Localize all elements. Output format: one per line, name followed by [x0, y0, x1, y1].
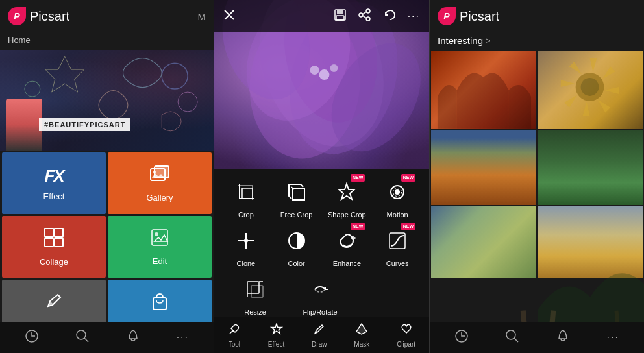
tool-motion[interactable]: NEW Motion — [375, 176, 420, 219]
clipart-tab-icon — [400, 323, 413, 339]
svg-line-34 — [362, 12, 366, 14]
free-crop-label: Free Crop — [280, 211, 313, 219]
svg-point-11 — [155, 232, 158, 236]
draw-tab-icon — [313, 323, 326, 339]
crop-icon — [236, 182, 256, 202]
search-icon[interactable] — [75, 329, 90, 347]
undo-icon[interactable] — [383, 8, 396, 25]
collage-label: Collage — [40, 257, 68, 267]
tile-collage[interactable]: Collage — [2, 216, 106, 278]
right-header: P Picsart — [430, 0, 644, 32]
picsart-logo: P Picsart — [8, 7, 69, 25]
right-panel: P Picsart Interesting > — [430, 0, 644, 353]
motion-icon-wrap: NEW — [382, 176, 413, 208]
more-icon[interactable]: ··· — [177, 332, 189, 343]
gallery-icon — [149, 165, 170, 188]
enhance-label: Enhance — [333, 260, 361, 267]
gallery-label: Gallery — [146, 193, 173, 202]
clone-label: Clone — [237, 260, 256, 267]
tab-mask[interactable]: Mask — [354, 323, 369, 348]
left-panel: P Picsart M Home #BEAUTIFYPICSART FX Eff… — [0, 0, 214, 353]
effect-tab-label: Effect — [268, 341, 284, 348]
tool-free-crop[interactable]: Free Crop — [274, 176, 319, 219]
curves-new-badge: NEW — [401, 223, 415, 230]
tool-flip-rotate[interactable]: Flip/Rotate — [297, 274, 343, 316]
svg-point-5 — [153, 170, 156, 173]
mid-bottom-tabs: Tool Effect Draw Mask Clipart — [214, 317, 429, 353]
enhance-new-badge: NEW — [351, 223, 365, 230]
right-search-icon[interactable] — [505, 329, 519, 347]
mid-header: ··· — [214, 0, 429, 32]
share-icon[interactable] — [358, 8, 371, 25]
edit-icon — [151, 228, 169, 251]
tool-curves[interactable]: NEW Curves — [375, 225, 420, 267]
resize-label: Resize — [244, 308, 266, 316]
close-icon[interactable] — [223, 9, 235, 24]
tool-crop[interactable]: Crop — [223, 176, 269, 219]
photo-sunflower[interactable] — [538, 51, 643, 129]
photo-foggy-road[interactable] — [538, 206, 643, 278]
svg-point-2 — [25, 81, 40, 97]
svg-rect-9 — [55, 238, 63, 247]
svg-rect-7 — [55, 228, 63, 237]
tool-color[interactable]: Color — [274, 225, 319, 267]
photo-railroad[interactable] — [431, 206, 536, 278]
home-refresh-icon[interactable] — [25, 329, 39, 347]
draw-icon — [45, 292, 63, 315]
right-home-icon[interactable] — [454, 329, 469, 347]
save-icon[interactable] — [334, 8, 347, 25]
tab-tool[interactable]: Tool — [228, 323, 241, 348]
svg-line-57 — [514, 338, 518, 342]
right-bottom-bar: ··· — [430, 322, 644, 353]
right-notification-icon[interactable] — [556, 329, 570, 347]
effect-icon: FX — [44, 166, 63, 186]
tile-gallery[interactable]: Gallery — [108, 152, 212, 214]
tab-draw[interactable]: Draw — [312, 323, 327, 348]
shape-crop-label: Shape Crop — [328, 211, 366, 219]
photo-forest-red[interactable] — [431, 51, 536, 129]
tile-edit[interactable]: Edit — [108, 216, 212, 278]
hero-person — [6, 99, 42, 151]
right-more-icon[interactable]: ··· — [607, 332, 619, 343]
color-label: Color — [288, 260, 304, 267]
shape-crop-new-badge: NEW — [351, 174, 365, 182]
tab-clipart[interactable]: Clipart — [397, 323, 415, 348]
shape-crop-icon — [336, 182, 357, 202]
svg-rect-12 — [153, 298, 166, 310]
tool-clone[interactable]: Clone — [223, 225, 269, 267]
draw-tab-label: Draw — [312, 341, 327, 348]
svg-point-1 — [178, 92, 197, 112]
tool-resize[interactable]: Resize — [232, 274, 278, 316]
mask-tab-icon — [355, 323, 368, 339]
right-subheader[interactable]: Interesting > — [430, 32, 644, 51]
mid-tools: Crop Free Crop NEW Shape Crop — [214, 169, 429, 328]
flip-rotate-icon-wrap — [304, 274, 336, 305]
edit-label: Edit — [153, 256, 167, 266]
tile-effect[interactable]: FX Effect — [2, 152, 106, 214]
photo-forest-green[interactable] — [538, 130, 643, 205]
tool-shape-crop[interactable]: NEW Shape Crop — [324, 176, 369, 219]
svg-point-39 — [395, 189, 400, 195]
clipart-tab-label: Clipart — [397, 341, 415, 348]
left-bottom-bar: ··· — [0, 322, 214, 353]
shop-icon — [151, 291, 168, 315]
photo-autumn-road[interactable] — [431, 130, 536, 205]
tool-enhance[interactable]: NEW Enhance — [324, 225, 369, 267]
curves-icon — [387, 230, 408, 251]
crop-icon-wrap — [230, 176, 262, 208]
svg-point-23 — [310, 66, 319, 75]
svg-rect-29 — [337, 10, 343, 14]
flip-rotate-icon — [310, 279, 330, 300]
svg-point-49 — [581, 78, 599, 96]
tab-effect[interactable]: Effect — [268, 323, 284, 348]
left-subheader: Home — [0, 32, 214, 50]
tools-row-3: Resize Flip/Rotate — [221, 274, 423, 316]
free-crop-icon — [286, 182, 307, 202]
more-options-icon[interactable]: ··· — [408, 10, 420, 22]
notification-icon[interactable] — [126, 329, 140, 347]
logo-text: Picsart — [30, 9, 69, 24]
svg-point-56 — [506, 330, 515, 339]
mid-panel: ··· Crop Free Crop — [214, 0, 430, 353]
right-logo-icon: P — [438, 7, 456, 25]
left-header-menu[interactable]: M — [198, 11, 206, 22]
